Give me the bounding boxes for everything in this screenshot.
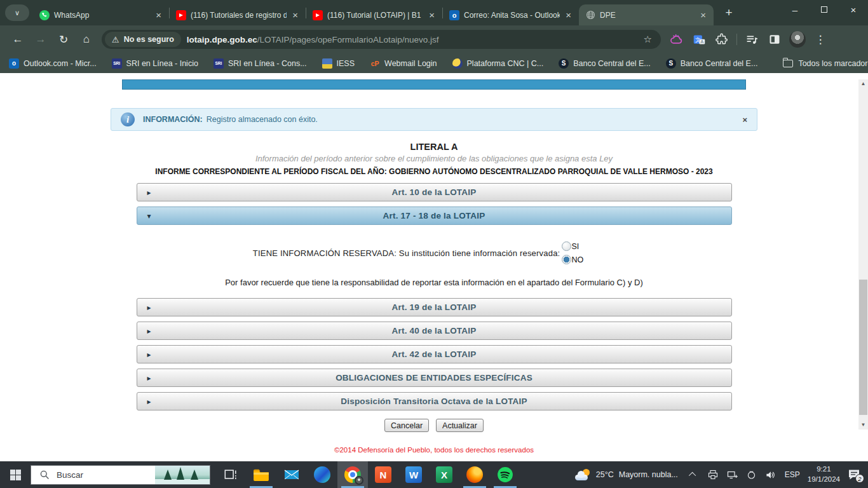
radio-group: SI NO: [562, 241, 583, 264]
window-minimize-button[interactable]: –: [780, 0, 810, 19]
radio-si-unselected[interactable]: [562, 241, 571, 251]
tab-close-icon[interactable]: ×: [428, 10, 436, 20]
cancel-button[interactable]: Cancelar: [384, 419, 429, 432]
back-button[interactable]: ←: [8, 30, 27, 49]
bookmark-label: SRI en Línea - Inicio: [126, 59, 198, 68]
security-chip[interactable]: ⚠ No es seguro: [105, 32, 181, 47]
volume-icon[interactable]: [765, 470, 775, 480]
info-close-icon[interactable]: ×: [742, 115, 747, 125]
scroll-down-icon[interactable]: ▼: [858, 421, 868, 429]
collapsed-arrow-icon: ▸: [147, 327, 151, 336]
edge-button[interactable]: [307, 461, 337, 488]
scrollbar-thumb[interactable]: [859, 280, 867, 415]
nitro-pdf-icon: N: [375, 466, 391, 483]
system-tray: 25°C Mayorm. nubla... ESP 9:21 19/1/2024…: [575, 461, 868, 488]
window-controls: – ×: [780, 0, 868, 19]
bookmark-label: Webmail Login: [384, 59, 437, 68]
radio-option-si[interactable]: SI: [562, 241, 583, 251]
extensions-puzzle-icon[interactable]: [712, 30, 731, 49]
windows-taskbar: Buscar N W X 25°C Mayorm. nubla...: [0, 461, 868, 488]
refresh-button[interactable]: ↻: [54, 30, 73, 49]
svg-text:A: A: [700, 39, 703, 44]
bookmark-label: IESS: [337, 59, 355, 68]
mail-button[interactable]: [276, 461, 307, 488]
bookmark-sri-consultas[interactable]: SRI en Línea - Cons...: [214, 58, 307, 69]
accordion-group: ▸ Art. 10 de la LOTAIP ▾ Art. 17 - 18 de…: [137, 183, 732, 410]
collapsed-arrow-icon: ▸: [147, 188, 151, 197]
accordion-disposicion-transitoria[interactable]: ▸ Disposición Transitoria Octava de la L…: [137, 392, 732, 410]
taskbar-search[interactable]: Buscar: [31, 465, 210, 485]
accordion-art-10[interactable]: ▸ Art. 10 de la LOTAIP: [137, 183, 732, 201]
accordion-label: Art. 40 de la LOTAIP: [392, 326, 477, 336]
side-panel-icon[interactable]: [765, 30, 784, 49]
bookmark-iess[interactable]: IESS: [322, 58, 355, 69]
language-indicator[interactable]: ESP: [785, 470, 800, 479]
window-close-button[interactable]: ×: [839, 0, 868, 19]
chrome-button[interactable]: [337, 461, 368, 488]
home-button[interactable]: ⌂: [77, 30, 96, 49]
notification-center-button[interactable]: 2: [848, 469, 860, 480]
word-button[interactable]: W: [398, 461, 429, 488]
bookmark-bce-2[interactable]: Banco Central del E...: [666, 58, 758, 69]
new-tab-button[interactable]: +: [720, 4, 738, 22]
radio-option-no[interactable]: NO: [562, 255, 583, 264]
tab-close-icon[interactable]: ×: [564, 10, 573, 20]
outlook-icon: [449, 10, 459, 20]
tab-close-icon[interactable]: ×: [699, 10, 707, 20]
page-scrollbar[interactable]: ▲ ▼: [858, 79, 868, 430]
forward-button[interactable]: →: [31, 30, 50, 49]
start-button[interactable]: [0, 461, 31, 488]
bookmark-cnc[interactable]: Plataforma CNC | C...: [452, 58, 544, 69]
accordion-art-19[interactable]: ▸ Art. 19 de la LOTAIP: [137, 298, 732, 316]
clock[interactable]: 9:21 19/1/2024: [808, 464, 840, 484]
tab-youtube-1[interactable]: (116) Tutoriales de registro d ×: [170, 4, 306, 25]
meet-now-icon[interactable]: [747, 470, 756, 480]
nitro-pdf-button[interactable]: N: [368, 461, 398, 488]
tab-whatsapp[interactable]: WhatsApp ×: [33, 4, 169, 25]
weather-icon: [575, 469, 590, 480]
collapsed-arrow-icon: ▸: [147, 374, 151, 383]
tab-list-chevron-button[interactable]: ∨: [5, 4, 29, 21]
tab-title: Correo: Anita Sosa - Outlook: [464, 11, 560, 20]
bookmark-webmail[interactable]: Webmail Login: [370, 58, 437, 69]
bookmark-bce-1[interactable]: Banco Central del E...: [559, 58, 651, 69]
accordion-obligaciones[interactable]: ▸ OBLIGACIONES DE ENTIDADES ESPECÍFICAS: [137, 369, 732, 387]
radio-no-selected[interactable]: [562, 255, 571, 264]
tab-close-icon[interactable]: ×: [154, 10, 163, 20]
tab-outlook[interactable]: Correo: Anita Sosa - Outlook ×: [443, 4, 579, 25]
accordion-art-40[interactable]: ▸ Art. 40 de la LOTAIP: [137, 322, 732, 340]
spotify-button[interactable]: [490, 461, 520, 488]
cloud-extension-icon[interactable]: [667, 30, 686, 49]
bookmark-outlook[interactable]: Outlook.com - Micr...: [9, 58, 97, 69]
window-maximize-button[interactable]: [810, 0, 839, 19]
tab-close-icon[interactable]: ×: [291, 10, 299, 20]
accordion-art-17-18[interactable]: ▾ Art. 17 - 18 de la LOTAIP: [137, 207, 732, 225]
update-button[interactable]: Actualizar: [436, 419, 484, 432]
banco-central-icon: [559, 58, 569, 69]
all-bookmarks-button[interactable]: Todos los marcadores: [783, 59, 868, 68]
printer-icon[interactable]: [708, 470, 718, 480]
weather-widget[interactable]: 25°C Mayorm. nubla...: [575, 469, 678, 480]
accordion-label: OBLIGACIONES DE ENTIDADES ESPECÍFICAS: [336, 373, 532, 383]
accordion-art-42[interactable]: ▸ Art. 42 de la LOTAIP: [137, 345, 732, 363]
file-explorer-button[interactable]: [246, 461, 276, 488]
profile-avatar[interactable]: [789, 31, 806, 48]
bookmark-star-icon[interactable]: ☆: [638, 34, 658, 45]
task-view-button[interactable]: [215, 461, 246, 488]
network-icon[interactable]: [727, 470, 738, 480]
translate-icon[interactable]: 文A: [689, 30, 709, 49]
scroll-up-icon[interactable]: ▲: [858, 80, 868, 88]
media-controls-icon[interactable]: [742, 30, 761, 49]
excel-button[interactable]: X: [429, 461, 459, 488]
tab-youtube-2[interactable]: (116) Tutorial (LOTAIP) | B1 - ×: [306, 4, 442, 25]
tray-expand-chevron-icon[interactable]: [689, 472, 696, 479]
tab-dpe-active[interactable]: DPE ×: [579, 4, 714, 25]
bookmark-sri-inicio[interactable]: SRI en Línea - Inicio: [112, 58, 198, 69]
tabs: WhatsApp × (116) Tutoriales de registro …: [33, 0, 738, 25]
menu-icon[interactable]: ⋮: [811, 30, 830, 49]
address-bar[interactable]: ⚠ No es seguro lotaip.dpe.gob.ec/LOTAIP/…: [102, 30, 661, 49]
weather-condition: Mayorm. nubla...: [619, 470, 678, 479]
taskbar-apps: N W X: [215, 461, 520, 488]
firefox-button[interactable]: [459, 461, 490, 488]
url-domain: lotaip.dpe.gob.ec: [187, 35, 257, 44]
